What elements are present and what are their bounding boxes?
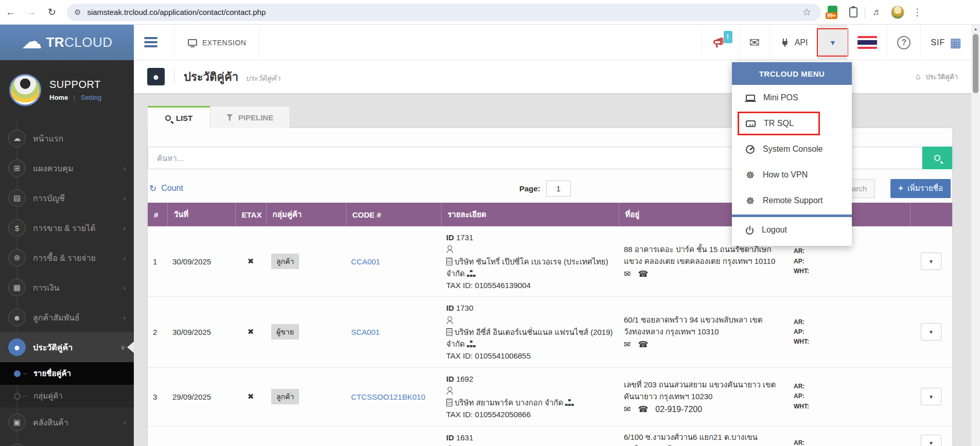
- sidebar-subitem-contact-groups[interactable]: กลุ่มคู่ค้า: [0, 385, 134, 407]
- search-button[interactable]: [922, 147, 952, 169]
- menu-item-mini-pos[interactable]: Mini POS: [732, 85, 852, 111]
- browser-profile-avatar[interactable]: [891, 6, 904, 19]
- avatar[interactable]: [9, 74, 41, 106]
- contact-id: 1631: [456, 433, 473, 442]
- calendar-icon: ▦: [8, 279, 26, 296]
- sidebar-item-assets[interactable]: ◆ ทะเบียนทรัพย์สิน ›: [0, 437, 134, 446]
- monitor-icon: [188, 39, 197, 46]
- help-button[interactable]: ?: [887, 25, 920, 60]
- bookmark-star-icon[interactable]: ☆: [802, 6, 811, 18]
- api-button[interactable]: API: [769, 25, 818, 60]
- side-panel-icon[interactable]: [849, 7, 857, 17]
- warehouse-icon: ▣: [8, 414, 26, 431]
- scrollbar-thumb[interactable]: [973, 34, 978, 93]
- col-etax[interactable]: ETAX: [235, 203, 266, 226]
- messages-button[interactable]: ✉: [739, 25, 769, 60]
- sidebar-item-sales[interactable]: $ การขาย & รายได้ ›: [0, 213, 134, 243]
- menu-item-tr-sql[interactable]: TR SQL: [732, 111, 852, 136]
- browser-forward-icon[interactable]: →: [27, 7, 37, 17]
- row-actions-dropdown[interactable]: ▼: [921, 323, 941, 341]
- address-bar[interactable]: ⚙ siamsteak.trcloud.co/application/conta…: [67, 4, 821, 21]
- playlist-icon[interactable]: ♬: [872, 7, 882, 17]
- home-icon[interactable]: ⌂: [916, 72, 921, 81]
- envelope-icon[interactable]: ✉: [624, 340, 631, 349]
- menu-item-system-console[interactable]: System Console: [732, 136, 852, 162]
- api-label: API: [795, 38, 808, 47]
- announcements-button[interactable]: !: [702, 25, 739, 60]
- home-link[interactable]: Home: [49, 94, 68, 101]
- url-text[interactable]: siamsteak.trcloud.co/application/contact…: [87, 8, 266, 16]
- sidebar-subitem-contact-list[interactable]: รายชื่อคู่ค้า: [0, 362, 134, 385]
- trcloud-menu-toggle[interactable]: ▼: [817, 25, 847, 60]
- gauge-icon: [746, 145, 755, 154]
- row-actions-dropdown[interactable]: ▼: [921, 388, 941, 405]
- address-text: 60/1 ซอยลาดพร้าว 94 แขวงพลับพลา เขตวังทอ…: [624, 314, 783, 337]
- trcloud-logo[interactable]: ☁ TRCLOUD: [0, 25, 134, 60]
- envelope-icon[interactable]: ✉: [624, 404, 631, 414]
- company-code: SIF: [931, 38, 945, 47]
- setting-link[interactable]: Setting: [81, 94, 101, 101]
- phone-icon[interactable]: ☎: [638, 269, 648, 279]
- phone-icon[interactable]: ☎: [638, 404, 648, 414]
- sidebar-item-crm[interactable]: ☻ ลูกค้าสัมพันธ์ ›: [0, 302, 134, 332]
- scroll-up-arrow-icon[interactable]: ▲: [971, 25, 980, 33]
- person-icon: [447, 316, 453, 324]
- browser-reload-icon[interactable]: ↻: [48, 7, 56, 17]
- sidebar-item-dashboard[interactable]: ⊞ แผงควบคุม ›: [0, 153, 134, 183]
- row-actions-dropdown[interactable]: ▼: [921, 435, 941, 446]
- envelope-icon[interactable]: ✉: [624, 269, 631, 279]
- col-code[interactable]: CODE #: [346, 203, 441, 226]
- etax-status-icon: ✖: [235, 297, 266, 367]
- browser-back-icon[interactable]: ←: [6, 7, 15, 17]
- sidebar-item-purchases[interactable]: ⊛ การซื้อ & รายจ่าย ›: [0, 243, 134, 273]
- page-number-input[interactable]: [546, 181, 571, 197]
- col-actions: [910, 203, 952, 226]
- menu-item-remote-support[interactable]: ☸ Remote Support: [732, 188, 852, 213]
- contact-code-link[interactable]: SCA001: [351, 328, 380, 336]
- col-date[interactable]: วันที่: [167, 203, 235, 226]
- brand-bold: TR: [46, 34, 64, 50]
- sidebar-item-home[interactable]: ☁ หน้าแรก: [0, 123, 134, 153]
- col-group[interactable]: กลุ่มคู่ค้า: [266, 203, 346, 226]
- tab-bar: LIST PIPELINE: [148, 106, 290, 128]
- alert-badge: !: [724, 31, 732, 43]
- address-cell: 60/1 ซอยลาดพร้าว 94 แขวงพลับพลา เขตวังทอ…: [619, 297, 789, 367]
- col-detail[interactable]: รายละเอียด: [441, 203, 619, 226]
- page-scrollbar[interactable]: ▲: [971, 25, 980, 446]
- site-info-icon[interactable]: ⚙: [74, 8, 81, 17]
- extension-nav-button[interactable]: EXTENSION: [174, 25, 260, 60]
- browser-menu-icon[interactable]: ⋮: [913, 6, 922, 18]
- contact-id: 1730: [456, 304, 473, 312]
- topbar-right-icons: ! ✉ API ▼ ? SIF ▦: [702, 25, 971, 60]
- add-contact-button[interactable]: + เพิ่มรายชื่อ: [890, 179, 951, 198]
- col-num[interactable]: #: [148, 203, 167, 226]
- count-control[interactable]: ↻ Count: [149, 183, 183, 194]
- company-button[interactable]: SIF ▦: [920, 25, 971, 60]
- language-button[interactable]: [847, 25, 887, 60]
- sidebar-item-accounting[interactable]: ▤ การบัญชี ›: [0, 183, 134, 213]
- chevron-right-icon: ›: [124, 314, 126, 322]
- sidebar-item-contacts[interactable]: ☻ ประวัติคู่ค้า ∨: [0, 332, 134, 362]
- tab-pipeline[interactable]: PIPELINE: [210, 106, 290, 128]
- menu-item-logout[interactable]: Logout: [732, 217, 852, 243]
- phone-icon[interactable]: ☎: [638, 340, 648, 349]
- row-num: 1: [148, 226, 167, 297]
- company-name: บริษัท สยามพาร์ค บางกอก จำกัด: [454, 398, 563, 407]
- browser-chrome: ← → ↻ ⚙ siamsteak.trcloud.co/application…: [0, 0, 980, 25]
- extensions-button[interactable]: 99+: [826, 6, 839, 19]
- row-date: [167, 426, 235, 446]
- contact-code-link[interactable]: CCA001: [351, 257, 380, 266]
- building-icon: ▦: [950, 37, 961, 49]
- cloud-logo-icon: ☁: [21, 31, 42, 51]
- menu-item-how-to-vpn[interactable]: ☸ How to VPN: [732, 162, 852, 188]
- sidebar-item-inventory[interactable]: ▣ คลังสินค้า ›: [0, 407, 134, 437]
- life-ring-icon: ☸: [746, 170, 755, 180]
- hamburger-menu-icon[interactable]: [144, 37, 157, 47]
- table-row: ID 1631 6/100 ซ.งามวงศ์วาน6 แยก21 ต.บางเ…: [148, 426, 952, 446]
- row-date: 29/09/2025: [167, 367, 235, 426]
- tab-list[interactable]: LIST: [148, 106, 210, 128]
- sidebar-item-finance[interactable]: ▦ การเงิน ›: [0, 273, 134, 302]
- row-actions-dropdown[interactable]: ▼: [921, 253, 941, 270]
- contact-code-link[interactable]: CTCSSOO121BK010: [351, 393, 425, 401]
- row-num: 2: [148, 297, 167, 367]
